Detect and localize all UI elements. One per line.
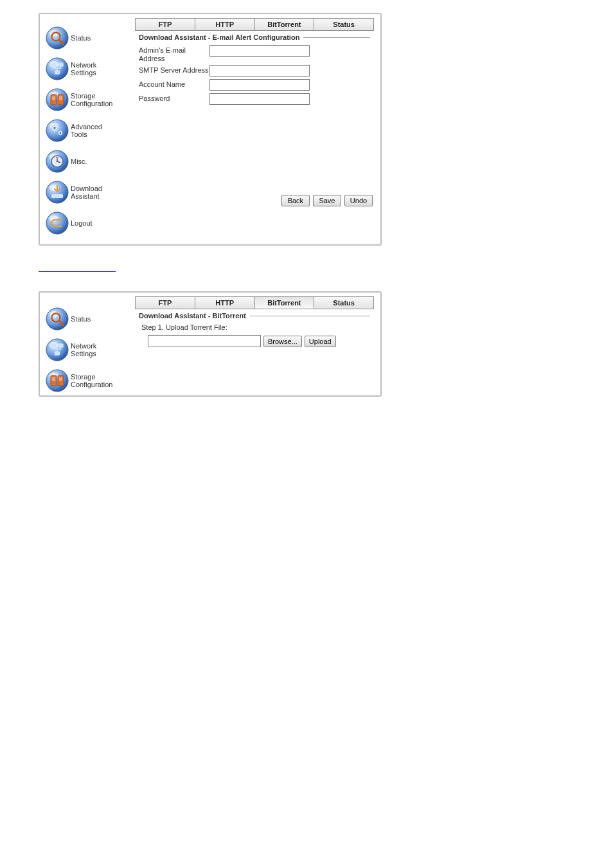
- tab-bittorrent[interactable]: BitTorrent: [255, 19, 315, 30]
- account-name-input[interactable]: [209, 79, 310, 91]
- tab-bar: FTPHTTPBitTorrentStatus: [135, 296, 374, 309]
- sidebar-item-misc[interactable]: Misc.: [45, 149, 135, 174]
- sidebar-item-label: NetworkSettings: [71, 61, 96, 77]
- sidebar-item-label: StorageConfiguration: [71, 373, 112, 388]
- browse-button[interactable]: Browse...: [263, 336, 302, 347]
- sidebar-item-label: AdvancedTools: [71, 123, 102, 138]
- admin-email-input[interactable]: [209, 45, 310, 57]
- back-button[interactable]: Back: [281, 195, 310, 206]
- undo-button[interactable]: Undo: [344, 195, 373, 206]
- tab-ftp[interactable]: FTP: [136, 297, 195, 309]
- sidebar-item-status[interactable]: Status: [45, 307, 135, 331]
- sidebar-item-network-settings[interactable]: NetworkSettings: [45, 338, 135, 362]
- fieldset-legend: Download Assistant - E-mail Alert Config…: [139, 33, 303, 41]
- admin-email-label: Admin's E-mail Address: [139, 45, 209, 62]
- sidebar-item-label: StorageConfiguration: [71, 92, 112, 107]
- tab-status[interactable]: Status: [314, 19, 373, 30]
- admin-panel-bittorrent: StatusNetworkSettingsStorageConfiguratio…: [39, 291, 382, 397]
- tab-ftp[interactable]: FTP: [136, 19, 195, 30]
- main-content: FTPHTTPBitTorrentStatus Download Assista…: [135, 293, 380, 397]
- admin-panel-email: StatusNetworkSettingsStorageConfiguratio…: [39, 13, 382, 246]
- sidebar-item-label: DownloadAssistant: [71, 185, 102, 200]
- logout-icon: [45, 211, 69, 235]
- tab-bittorrent[interactable]: BitTorrent: [255, 297, 315, 309]
- tab-bar: FTPHTTPBitTorrentStatus: [135, 18, 374, 31]
- save-button[interactable]: Save: [313, 195, 341, 206]
- account-name-label: Account Name: [139, 79, 209, 89]
- main-content: FTPHTTPBitTorrentStatus Download Assista…: [135, 14, 380, 244]
- step-1-text: Step 1. Upload Torrent File:: [141, 323, 370, 331]
- storage-icon: [45, 368, 69, 393]
- sidebar-item-network-settings[interactable]: NetworkSettings: [45, 57, 135, 81]
- fieldset-legend: Download Assistant - BitTorrent: [139, 312, 250, 320]
- gears-icon: [45, 118, 69, 143]
- sidebar-item-download-assistant[interactable]: DownloadAssistant: [45, 180, 135, 204]
- sidebar: StatusNetworkSettingsStorageConfiguratio…: [40, 14, 135, 244]
- legend-rule: [303, 37, 370, 38]
- magnifier-icon: [45, 307, 69, 331]
- password-input[interactable]: [209, 93, 310, 105]
- sidebar-item-storage-configuration[interactable]: StorageConfiguration: [45, 368, 135, 393]
- email-config-fieldset: Download Assistant - E-mail Alert Config…: [135, 33, 374, 113]
- sidebar-item-label: Status: [71, 34, 91, 42]
- download-icon: [45, 180, 69, 204]
- sidebar-item-label: Logout: [71, 219, 93, 227]
- sidebar-item-label: Misc.: [71, 158, 87, 165]
- sidebar-item-advanced-tools[interactable]: AdvancedTools: [45, 118, 135, 143]
- torrent-file-input[interactable]: [148, 335, 261, 347]
- magnifier-icon: [45, 26, 69, 50]
- tab-http[interactable]: HTTP: [195, 19, 255, 30]
- sidebar: StatusNetworkSettingsStorageConfiguratio…: [40, 293, 135, 397]
- password-label: Password: [139, 93, 209, 103]
- tab-http[interactable]: HTTP: [195, 297, 255, 309]
- tab-status[interactable]: Status: [314, 297, 373, 309]
- smtp-server-label: SMTP Server Address: [139, 65, 209, 75]
- sidebar-item-status[interactable]: Status: [45, 26, 135, 50]
- sidebar-item-logout[interactable]: Logout: [45, 211, 135, 235]
- legend-rule: [250, 316, 370, 316]
- bittorrent-fieldset: Download Assistant - BitTorrent Step 1. …: [135, 312, 374, 352]
- storage-icon: [45, 87, 69, 112]
- network-icon: [45, 57, 69, 81]
- section-link[interactable]: [39, 261, 116, 272]
- sidebar-item-label: Status: [71, 315, 91, 323]
- network-icon: [45, 338, 69, 362]
- sidebar-item-storage-configuration[interactable]: StorageConfiguration: [45, 87, 135, 112]
- button-row: Back Save Undo: [135, 192, 377, 209]
- clock-icon: [45, 149, 69, 174]
- upload-button[interactable]: Upload: [305, 336, 336, 347]
- smtp-server-input[interactable]: [209, 65, 310, 77]
- sidebar-item-label: NetworkSettings: [71, 342, 96, 357]
